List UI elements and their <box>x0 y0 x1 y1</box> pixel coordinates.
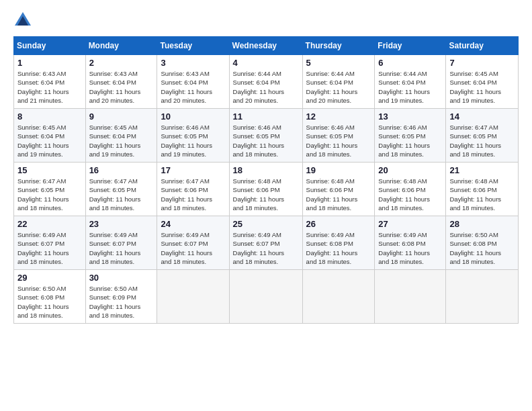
day-detail: Sunrise: 6:44 AM Sunset: 6:04 PM Dayligh… <box>233 69 299 105</box>
day-number: 27 <box>378 219 442 229</box>
day-number: 28 <box>449 219 515 229</box>
calendar-cell: 29Sunrise: 6:50 AM Sunset: 6:08 PM Dayli… <box>14 270 86 324</box>
day-number: 12 <box>306 111 371 122</box>
day-detail: Sunrise: 6:43 AM Sunset: 6:04 PM Dayligh… <box>17 69 82 105</box>
calendar-cell: 25Sunrise: 6:49 AM Sunset: 6:07 PM Dayli… <box>229 216 302 270</box>
day-detail: Sunrise: 6:46 AM Sunset: 6:05 PM Dayligh… <box>233 123 299 158</box>
day-number: 17 <box>161 165 225 175</box>
calendar-cell: 2Sunrise: 6:43 AM Sunset: 6:04 PM Daylig… <box>85 55 157 109</box>
calendar-cell: 24Sunrise: 6:49 AM Sunset: 6:07 PM Dayli… <box>157 216 229 270</box>
day-detail: Sunrise: 6:49 AM Sunset: 6:08 PM Dayligh… <box>306 230 371 266</box>
calendar-cell: 15Sunrise: 6:47 AM Sunset: 6:05 PM Dayli… <box>14 163 86 216</box>
day-detail: Sunrise: 6:47 AM Sunset: 6:05 PM Dayligh… <box>449 123 515 158</box>
day-detail: Sunrise: 6:47 AM Sunset: 6:05 PM Dayligh… <box>17 177 82 212</box>
day-number: 24 <box>161 219 225 229</box>
day-number: 14 <box>449 111 515 122</box>
calendar-cell: 13Sunrise: 6:46 AM Sunset: 6:05 PM Dayli… <box>375 109 446 163</box>
day-header-saturday: Saturday <box>446 37 519 55</box>
day-header-monday: Monday <box>85 37 157 55</box>
day-detail: Sunrise: 6:46 AM Sunset: 6:05 PM Dayligh… <box>306 123 371 158</box>
day-number: 5 <box>306 58 371 68</box>
day-header-tuesday: Tuesday <box>157 37 229 55</box>
day-number: 19 <box>306 165 371 175</box>
day-detail: Sunrise: 6:49 AM Sunset: 6:07 PM Dayligh… <box>89 230 154 266</box>
calendar-cell: 27Sunrise: 6:49 AM Sunset: 6:08 PM Dayli… <box>375 216 446 270</box>
calendar-cell <box>229 270 302 324</box>
day-detail: Sunrise: 6:50 AM Sunset: 6:08 PM Dayligh… <box>449 230 515 266</box>
day-detail: Sunrise: 6:43 AM Sunset: 6:04 PM Dayligh… <box>89 69 154 105</box>
day-detail: Sunrise: 6:50 AM Sunset: 6:08 PM Dayligh… <box>17 284 82 320</box>
calendar-table: SundayMondayTuesdayWednesdayThursdayFrid… <box>13 36 519 324</box>
calendar-cell: 17Sunrise: 6:47 AM Sunset: 6:06 PM Dayli… <box>157 163 229 216</box>
calendar-cell: 23Sunrise: 6:49 AM Sunset: 6:07 PM Dayli… <box>85 216 157 270</box>
calendar-cell: 30Sunrise: 6:50 AM Sunset: 6:09 PM Dayli… <box>85 270 157 324</box>
day-number: 22 <box>17 219 82 229</box>
day-number: 30 <box>89 273 154 283</box>
calendar-week-1: 8Sunrise: 6:45 AM Sunset: 6:04 PM Daylig… <box>14 109 519 163</box>
calendar-cell: 11Sunrise: 6:46 AM Sunset: 6:05 PM Dayli… <box>229 109 302 163</box>
calendar-cell: 7Sunrise: 6:45 AM Sunset: 6:04 PM Daylig… <box>446 55 519 109</box>
calendar-cell: 5Sunrise: 6:44 AM Sunset: 6:04 PM Daylig… <box>302 55 375 109</box>
calendar-week-2: 15Sunrise: 6:47 AM Sunset: 6:05 PM Dayli… <box>14 163 519 216</box>
day-detail: Sunrise: 6:46 AM Sunset: 6:05 PM Dayligh… <box>161 123 225 158</box>
day-detail: Sunrise: 6:47 AM Sunset: 6:06 PM Dayligh… <box>161 177 225 212</box>
calendar-body: 1Sunrise: 6:43 AM Sunset: 6:04 PM Daylig… <box>14 55 519 324</box>
calendar-cell: 18Sunrise: 6:48 AM Sunset: 6:06 PM Dayli… <box>229 163 302 216</box>
calendar-cell: 26Sunrise: 6:49 AM Sunset: 6:08 PM Dayli… <box>302 216 375 270</box>
page: SundayMondayTuesdayWednesdayThursdayFrid… <box>0 0 532 411</box>
day-header-friday: Friday <box>375 37 446 55</box>
calendar-cell: 16Sunrise: 6:47 AM Sunset: 6:05 PM Dayli… <box>85 163 157 216</box>
day-number: 3 <box>161 58 225 68</box>
day-detail: Sunrise: 6:50 AM Sunset: 6:09 PM Dayligh… <box>89 284 154 320</box>
calendar-cell: 8Sunrise: 6:45 AM Sunset: 6:04 PM Daylig… <box>14 109 86 163</box>
day-number: 23 <box>89 219 154 229</box>
day-number: 4 <box>233 58 299 68</box>
day-detail: Sunrise: 6:49 AM Sunset: 6:07 PM Dayligh… <box>17 230 82 266</box>
day-number: 11 <box>233 111 299 122</box>
calendar-cell: 1Sunrise: 6:43 AM Sunset: 6:04 PM Daylig… <box>14 55 86 109</box>
day-detail: Sunrise: 6:44 AM Sunset: 6:04 PM Dayligh… <box>306 69 371 105</box>
day-number: 9 <box>89 111 154 122</box>
day-number: 20 <box>378 165 442 175</box>
day-detail: Sunrise: 6:43 AM Sunset: 6:04 PM Dayligh… <box>161 69 225 105</box>
day-number: 13 <box>378 111 442 122</box>
day-detail: Sunrise: 6:44 AM Sunset: 6:04 PM Dayligh… <box>378 69 442 105</box>
day-number: 2 <box>89 58 154 68</box>
calendar-cell <box>446 270 519 324</box>
day-number: 21 <box>449 165 515 175</box>
calendar-cell <box>157 270 229 324</box>
day-detail: Sunrise: 6:46 AM Sunset: 6:05 PM Dayligh… <box>378 123 442 158</box>
day-detail: Sunrise: 6:47 AM Sunset: 6:05 PM Dayligh… <box>89 177 154 212</box>
day-detail: Sunrise: 6:45 AM Sunset: 6:04 PM Dayligh… <box>17 123 82 158</box>
calendar-week-3: 22Sunrise: 6:49 AM Sunset: 6:07 PM Dayli… <box>14 216 519 270</box>
day-number: 15 <box>17 165 82 175</box>
calendar-cell <box>302 270 375 324</box>
calendar-cell: 21Sunrise: 6:48 AM Sunset: 6:06 PM Dayli… <box>446 163 519 216</box>
calendar-cell: 14Sunrise: 6:47 AM Sunset: 6:05 PM Dayli… <box>446 109 519 163</box>
calendar-cell: 3Sunrise: 6:43 AM Sunset: 6:04 PM Daylig… <box>157 55 229 109</box>
calendar-cell: 22Sunrise: 6:49 AM Sunset: 6:07 PM Dayli… <box>14 216 86 270</box>
logo <box>13 11 35 30</box>
day-number: 29 <box>17 273 82 283</box>
calendar-cell: 12Sunrise: 6:46 AM Sunset: 6:05 PM Dayli… <box>302 109 375 163</box>
day-detail: Sunrise: 6:49 AM Sunset: 6:07 PM Dayligh… <box>161 230 225 266</box>
calendar-week-4: 29Sunrise: 6:50 AM Sunset: 6:08 PM Dayli… <box>14 270 519 324</box>
day-number: 1 <box>17 58 82 68</box>
calendar-cell: 20Sunrise: 6:48 AM Sunset: 6:06 PM Dayli… <box>375 163 446 216</box>
day-number: 7 <box>449 58 515 68</box>
day-detail: Sunrise: 6:45 AM Sunset: 6:04 PM Dayligh… <box>89 123 154 158</box>
day-detail: Sunrise: 6:48 AM Sunset: 6:06 PM Dayligh… <box>306 177 371 212</box>
calendar-cell: 4Sunrise: 6:44 AM Sunset: 6:04 PM Daylig… <box>229 55 302 109</box>
calendar-header-row: SundayMondayTuesdayWednesdayThursdayFrid… <box>14 37 519 55</box>
day-header-sunday: Sunday <box>14 37 86 55</box>
calendar-cell: 28Sunrise: 6:50 AM Sunset: 6:08 PM Dayli… <box>446 216 519 270</box>
logo-icon <box>13 11 32 30</box>
day-detail: Sunrise: 6:45 AM Sunset: 6:04 PM Dayligh… <box>449 69 515 105</box>
day-detail: Sunrise: 6:48 AM Sunset: 6:06 PM Dayligh… <box>378 177 442 212</box>
header <box>13 11 519 30</box>
calendar-cell: 19Sunrise: 6:48 AM Sunset: 6:06 PM Dayli… <box>302 163 375 216</box>
day-number: 26 <box>306 219 371 229</box>
calendar-cell: 6Sunrise: 6:44 AM Sunset: 6:04 PM Daylig… <box>375 55 446 109</box>
day-number: 16 <box>89 165 154 175</box>
day-detail: Sunrise: 6:49 AM Sunset: 6:07 PM Dayligh… <box>233 230 299 266</box>
